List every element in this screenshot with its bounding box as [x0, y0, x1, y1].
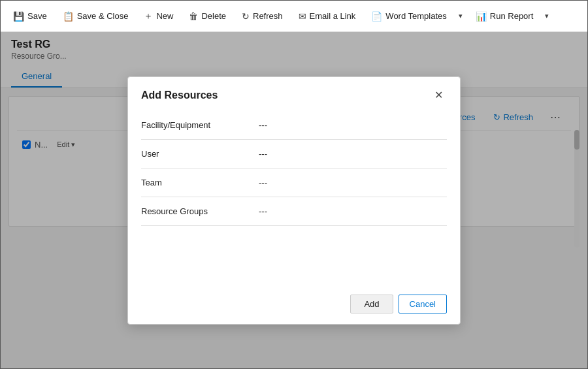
run-report-button[interactable]: 📊 Run Report — [468, 7, 540, 26]
delete-button[interactable]: 🗑 Delete — [182, 7, 233, 26]
save-close-button[interactable]: 📋 Save & Close — [56, 7, 136, 26]
new-icon: ＋ — [144, 10, 153, 22]
save-icon: 💾 — [13, 11, 24, 22]
run-report-chevron[interactable]: ▾ — [540, 7, 553, 25]
team-label: Team — [141, 178, 246, 187]
team-value: --- — [259, 178, 267, 187]
dialog-close-button[interactable]: ✕ — [431, 88, 447, 103]
resource-groups-label: Resource Groups — [141, 206, 246, 216]
dialog-title: Add Resources — [141, 89, 218, 101]
word-templates-chevron[interactable]: ▾ — [454, 7, 467, 25]
facility-value: --- — [259, 120, 267, 130]
report-icon: 📊 — [476, 11, 487, 22]
delete-icon: 🗑 — [189, 11, 198, 22]
dialog-footer: Add Cancel — [128, 284, 460, 324]
facility-label: Facility/Equipment — [141, 120, 246, 130]
cancel-button[interactable]: Cancel — [399, 295, 447, 313]
app-window: 💾 Save 📋 Save & Close ＋ New 🗑 Delete ↻ R… — [0, 0, 588, 369]
save-close-icon: 📋 — [63, 11, 74, 22]
dialog-header: Add Resources ✕ — [128, 77, 460, 111]
new-button[interactable]: ＋ New — [137, 6, 180, 27]
content-area: Test RG Resource Gro... General Add Reso… — [1, 32, 587, 368]
run-report-group: 📊 Run Report ▾ — [468, 7, 553, 26]
save-button[interactable]: 💾 Save — [6, 7, 54, 26]
resource-groups-value: --- — [259, 206, 267, 216]
refresh-button[interactable]: ↻ Refresh — [235, 7, 290, 26]
user-label: User — [141, 149, 246, 159]
toolbar: 💾 Save 📋 Save & Close ＋ New 🗑 Delete ↻ R… — [1, 1, 587, 32]
email-icon: ✉ — [299, 11, 306, 22]
add-resources-dialog: Add Resources ✕ Facility/Equipment --- U… — [127, 76, 461, 325]
dialog-row-user: User --- — [141, 140, 447, 168]
email-link-button[interactable]: ✉ Email a Link — [291, 7, 363, 26]
user-value: --- — [259, 149, 267, 159]
dialog-row-facility: Facility/Equipment --- — [141, 111, 447, 140]
dialog-row-team: Team --- — [141, 168, 447, 197]
dialog-body: Facility/Equipment --- User --- Team ---… — [128, 111, 460, 245]
dialog-overlay: Add Resources ✕ Facility/Equipment --- U… — [1, 32, 587, 368]
word-icon: 📄 — [371, 11, 382, 22]
word-templates-button[interactable]: 📄 Word Templates — [364, 7, 453, 26]
dialog-row-resource-groups: Resource Groups --- — [141, 197, 447, 226]
add-button[interactable]: Add — [350, 295, 393, 313]
refresh-icon: ↻ — [242, 11, 250, 22]
word-templates-group: 📄 Word Templates ▾ — [364, 7, 466, 26]
